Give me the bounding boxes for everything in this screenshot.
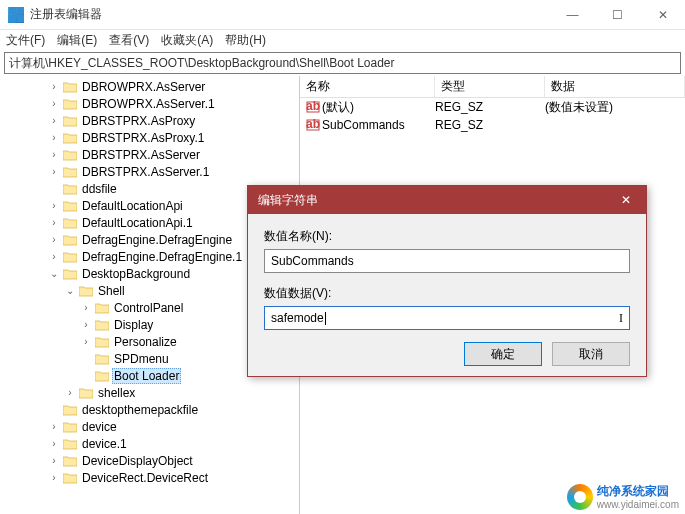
chevron-right-icon[interactable]: ›	[48, 166, 60, 177]
menu-file[interactable]: 文件(F)	[6, 32, 45, 49]
tree-item[interactable]: ›shellex	[0, 384, 299, 401]
tree-item-label: Boot Loader	[112, 368, 181, 384]
folder-icon	[62, 199, 78, 213]
chevron-down-icon[interactable]: ⌄	[48, 268, 60, 279]
chevron-down-icon[interactable]: ⌄	[64, 285, 76, 296]
chevron-right-icon[interactable]: ›	[48, 421, 60, 432]
chevron-right-icon[interactable]: ›	[80, 302, 92, 313]
col-name[interactable]: 名称	[300, 76, 435, 97]
menu-view[interactable]: 查看(V)	[109, 32, 149, 49]
chevron-right-icon[interactable]: ›	[64, 387, 76, 398]
tree-item[interactable]: ›DBROWPRX.AsServer	[0, 78, 299, 95]
folder-icon	[62, 454, 78, 468]
row-data: (数值未设置)	[545, 99, 685, 116]
value-data-label: 数值数据(V):	[264, 285, 630, 302]
list-header: 名称 类型 数据	[300, 76, 685, 98]
dialog-titlebar[interactable]: 编辑字符串 ✕	[248, 186, 646, 214]
tree-item[interactable]: ›DBRSTPRX.AsServer	[0, 146, 299, 163]
titlebar: 注册表编辑器 — ☐ ✕	[0, 0, 685, 30]
app-icon	[8, 7, 24, 23]
chevron-right-icon[interactable]: ›	[48, 251, 60, 262]
svg-text:ab: ab	[306, 118, 320, 131]
menubar: 文件(F) 编辑(E) 查看(V) 收藏夹(A) 帮助(H)	[0, 30, 685, 50]
string-value-icon: ab	[304, 118, 322, 132]
tree-item[interactable]: desktopthemepackfile	[0, 401, 299, 418]
close-button[interactable]: ✕	[640, 0, 685, 30]
tree-item[interactable]: ›DBRSTPRX.AsProxy.1	[0, 129, 299, 146]
menu-help[interactable]: 帮助(H)	[225, 32, 266, 49]
folder-icon	[62, 471, 78, 485]
list-row[interactable]: ab(默认)REG_SZ(数值未设置)	[300, 98, 685, 116]
col-type[interactable]: 类型	[435, 76, 545, 97]
folder-icon	[62, 97, 78, 111]
folder-icon	[62, 267, 78, 281]
chevron-right-icon[interactable]: ›	[48, 472, 60, 483]
folder-icon	[62, 437, 78, 451]
folder-icon	[94, 352, 110, 366]
maximize-button[interactable]: ☐	[595, 0, 640, 30]
row-name: SubCommands	[322, 118, 435, 132]
tree-item[interactable]: ›DBRSTPRX.AsProxy	[0, 112, 299, 129]
chevron-right-icon[interactable]: ›	[48, 438, 60, 449]
folder-icon	[62, 420, 78, 434]
chevron-right-icon[interactable]: ›	[48, 149, 60, 160]
watermark-url: www.yidaimei.com	[597, 500, 679, 510]
tree-item-label: DesktopBackground	[80, 267, 192, 281]
dialog-close-button[interactable]: ✕	[606, 186, 646, 214]
folder-icon	[94, 369, 110, 383]
chevron-right-icon[interactable]: ›	[48, 115, 60, 126]
tree-item-label: desktopthemepackfile	[80, 403, 200, 417]
folder-icon	[62, 216, 78, 230]
minimize-button[interactable]: —	[550, 0, 595, 30]
value-data-input[interactable]: safemode I	[264, 306, 630, 330]
list-row[interactable]: abSubCommandsREG_SZ	[300, 116, 685, 134]
tree-item-label: DeviceDisplayObject	[80, 454, 195, 468]
row-type: REG_SZ	[435, 118, 545, 132]
menu-edit[interactable]: 编辑(E)	[57, 32, 97, 49]
menu-favorites[interactable]: 收藏夹(A)	[161, 32, 213, 49]
tree-item-label: DBRSTPRX.AsServer.1	[80, 165, 211, 179]
ok-button[interactable]: 确定	[464, 342, 542, 366]
value-name-input[interactable]	[264, 249, 630, 273]
chevron-right-icon[interactable]: ›	[80, 336, 92, 347]
chevron-right-icon[interactable]: ›	[48, 200, 60, 211]
tree-item[interactable]: ›DeviceRect.DeviceRect	[0, 469, 299, 486]
tree-item-label: DeviceRect.DeviceRect	[80, 471, 210, 485]
chevron-right-icon[interactable]: ›	[48, 455, 60, 466]
dialog-title: 编辑字符串	[258, 192, 318, 209]
folder-icon	[62, 131, 78, 145]
chevron-right-icon[interactable]: ›	[48, 217, 60, 228]
svg-text:ab: ab	[306, 100, 320, 113]
tree-item-label: DBROWPRX.AsServer	[80, 80, 207, 94]
folder-icon	[94, 335, 110, 349]
tree-item[interactable]: ›DeviceDisplayObject	[0, 452, 299, 469]
folder-icon	[62, 114, 78, 128]
window-title: 注册表编辑器	[30, 6, 550, 23]
folder-icon	[62, 165, 78, 179]
window-buttons: — ☐ ✕	[550, 0, 685, 30]
tree-item-label: device	[80, 420, 119, 434]
tree-item-label: Shell	[96, 284, 127, 298]
tree-item[interactable]: ›device.1	[0, 435, 299, 452]
tree-item[interactable]: ›DBROWPRX.AsServer.1	[0, 95, 299, 112]
folder-icon	[62, 403, 78, 417]
chevron-right-icon[interactable]: ›	[48, 98, 60, 109]
tree-item-label: DBRSTPRX.AsProxy	[80, 114, 197, 128]
chevron-right-icon[interactable]: ›	[48, 234, 60, 245]
chevron-right-icon[interactable]: ›	[48, 132, 60, 143]
tree-item-label: DefaultLocationApi.1	[80, 216, 195, 230]
col-data[interactable]: 数据	[545, 76, 685, 97]
string-value-icon: ab	[304, 100, 322, 114]
cancel-button[interactable]: 取消	[552, 342, 630, 366]
text-caret	[325, 312, 326, 325]
chevron-right-icon[interactable]: ›	[48, 81, 60, 92]
folder-icon	[94, 301, 110, 315]
tree-item[interactable]: ›DBRSTPRX.AsServer.1	[0, 163, 299, 180]
chevron-right-icon[interactable]: ›	[80, 319, 92, 330]
list-body: ab(默认)REG_SZ(数值未设置)abSubCommandsREG_SZ	[300, 98, 685, 134]
tree-item-label: DefaultLocationApi	[80, 199, 185, 213]
tree-item[interactable]: ›device	[0, 418, 299, 435]
address-bar[interactable]: 计算机\HKEY_CLASSES_ROOT\DesktopBackground\…	[4, 52, 681, 74]
value-data-text: safemode	[271, 311, 324, 325]
tree-item-label: Display	[112, 318, 155, 332]
